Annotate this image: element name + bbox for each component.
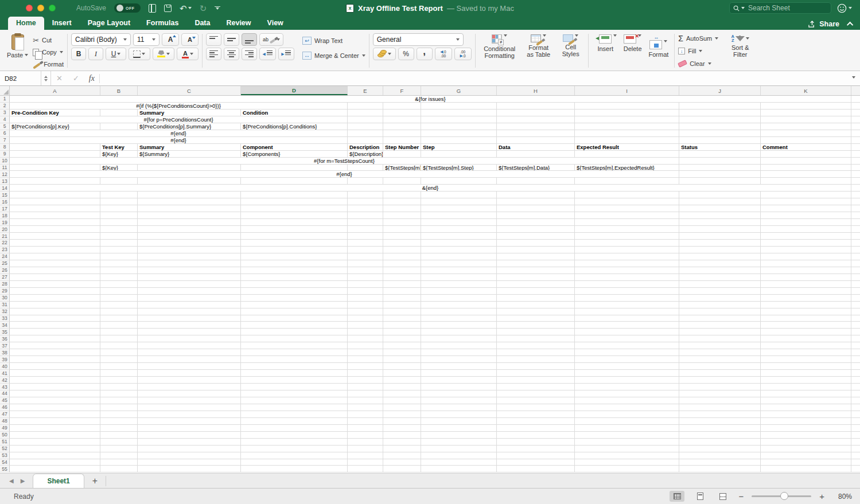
- cell-J45[interactable]: [679, 397, 761, 404]
- cell-H19[interactable]: [497, 219, 575, 226]
- cell-D32[interactable]: [241, 308, 348, 315]
- increase-font-button[interactable]: A: [162, 33, 179, 46]
- cell-partial-28[interactable]: [851, 281, 860, 288]
- cell-E5[interactable]: [348, 123, 383, 130]
- cell-J32[interactable]: [679, 308, 761, 315]
- cell-E30[interactable]: [348, 295, 383, 302]
- cell-D38[interactable]: [241, 349, 348, 356]
- cell-J16[interactable]: [679, 198, 761, 205]
- cell-J53[interactable]: [679, 452, 761, 459]
- cell-C48[interactable]: [138, 418, 241, 425]
- cell-K6[interactable]: [761, 130, 851, 137]
- cell-B42[interactable]: [100, 377, 138, 384]
- cell-G3[interactable]: [421, 110, 497, 116]
- cell-D54[interactable]: [241, 459, 348, 466]
- prev-sheet-button[interactable]: ◀: [9, 478, 14, 484]
- cell-B49[interactable]: [100, 425, 138, 432]
- cell-H30[interactable]: [497, 295, 575, 302]
- cell-I47[interactable]: [575, 411, 679, 418]
- fill-color-button[interactable]: [153, 48, 174, 60]
- cell-K32[interactable]: [761, 308, 851, 315]
- cell-I20[interactable]: [575, 226, 679, 233]
- row-header-55[interactable]: 55: [0, 466, 10, 472]
- cell-C54[interactable]: [138, 459, 241, 466]
- cell-J35[interactable]: [679, 329, 761, 335]
- cell-A28[interactable]: [10, 281, 100, 288]
- row-header-45[interactable]: 45: [0, 397, 10, 404]
- row-header-29[interactable]: 29: [0, 288, 10, 295]
- cell-B32[interactable]: [100, 308, 138, 315]
- cell-D16[interactable]: [241, 198, 348, 205]
- cell-A18[interactable]: [10, 212, 100, 219]
- cell-F17[interactable]: [383, 205, 421, 212]
- cell-E13[interactable]: [348, 178, 383, 185]
- cell-D23[interactable]: [241, 247, 348, 253]
- cell-D9[interactable]: ${Components}: [241, 151, 348, 158]
- cell-F51[interactable]: [383, 439, 421, 446]
- cell-D8[interactable]: Component: [241, 144, 348, 151]
- cell-C31[interactable]: [138, 302, 241, 308]
- cell-B35[interactable]: [100, 329, 138, 335]
- cell-B41[interactable]: [100, 370, 138, 377]
- cell-C25[interactable]: [138, 260, 241, 267]
- cell-F27[interactable]: [383, 274, 421, 281]
- cell-F6[interactable]: [383, 130, 421, 137]
- cell-E39[interactable]: [348, 356, 383, 363]
- tab-formulas[interactable]: Formulas: [138, 17, 186, 30]
- cell-H46[interactable]: [497, 404, 575, 411]
- cell-E19[interactable]: [348, 219, 383, 226]
- cell-B15[interactable]: [100, 192, 138, 198]
- cell-I11[interactable]: ${TestSteps[m].ExpectedResult}: [575, 165, 679, 171]
- cell-G34[interactable]: [421, 322, 497, 329]
- column-header-F[interactable]: F: [383, 86, 421, 95]
- cell-G17[interactable]: [421, 205, 497, 212]
- cell-I2[interactable]: [575, 103, 679, 110]
- cell-A22[interactable]: [10, 240, 100, 247]
- cell-B34[interactable]: [100, 322, 138, 329]
- format-painter-button[interactable]: Format: [33, 59, 64, 69]
- cell-K44[interactable]: [761, 390, 851, 397]
- cell-C21[interactable]: [138, 233, 241, 240]
- expand-formula-bar-button[interactable]: [852, 76, 855, 79]
- cell-J39[interactable]: [679, 356, 761, 363]
- tab-insert[interactable]: Insert: [44, 17, 80, 30]
- cell-H42[interactable]: [497, 377, 575, 384]
- cell-partial-20[interactable]: [851, 226, 860, 233]
- cell-B13[interactable]: [100, 178, 138, 185]
- cell-C55[interactable]: [138, 466, 241, 472]
- row-header-5[interactable]: 5: [0, 123, 10, 130]
- tab-home[interactable]: Home: [8, 17, 44, 30]
- sheet-tab-sheet1[interactable]: Sheet1: [33, 474, 84, 489]
- cell-J18[interactable]: [679, 212, 761, 219]
- cell-C23[interactable]: [138, 247, 241, 253]
- cell-K4[interactable]: [761, 116, 851, 123]
- cell-partial-17[interactable]: [851, 205, 860, 212]
- cell-C52[interactable]: [138, 446, 241, 452]
- cell-partial-9[interactable]: [851, 151, 860, 158]
- row-header-31[interactable]: 31: [0, 302, 10, 308]
- cell-G32[interactable]: [421, 308, 497, 315]
- cell-I48[interactable]: [575, 418, 679, 425]
- cell-A40[interactable]: [10, 363, 100, 370]
- row-header-33[interactable]: 33: [0, 315, 10, 322]
- cell-G11[interactable]: ${TestSteps[m].Step}: [421, 165, 497, 171]
- cell-B8[interactable]: Test Key: [100, 144, 138, 151]
- percent-style-button[interactable]: %: [398, 48, 414, 60]
- cell-F21[interactable]: [383, 233, 421, 240]
- cell-I3[interactable]: [575, 110, 679, 116]
- cell-E11[interactable]: [348, 165, 383, 171]
- cell-J21[interactable]: [679, 233, 761, 240]
- row-header-48[interactable]: 48: [0, 418, 10, 425]
- row-header-10[interactable]: 10: [0, 158, 10, 165]
- cell-I40[interactable]: [575, 363, 679, 370]
- cell-K53[interactable]: [761, 452, 851, 459]
- cell-partial-12[interactable]: [851, 171, 860, 178]
- orientation-button[interactable]: ab: [259, 33, 283, 46]
- cell-B16[interactable]: [100, 198, 138, 205]
- share-button[interactable]: Share: [808, 20, 839, 28]
- close-button[interactable]: [26, 5, 33, 11]
- autosum-button[interactable]: ΣAutoSum: [678, 33, 718, 44]
- cell-K50[interactable]: [761, 432, 851, 439]
- cell-E45[interactable]: [348, 397, 383, 404]
- cell-F16[interactable]: [383, 198, 421, 205]
